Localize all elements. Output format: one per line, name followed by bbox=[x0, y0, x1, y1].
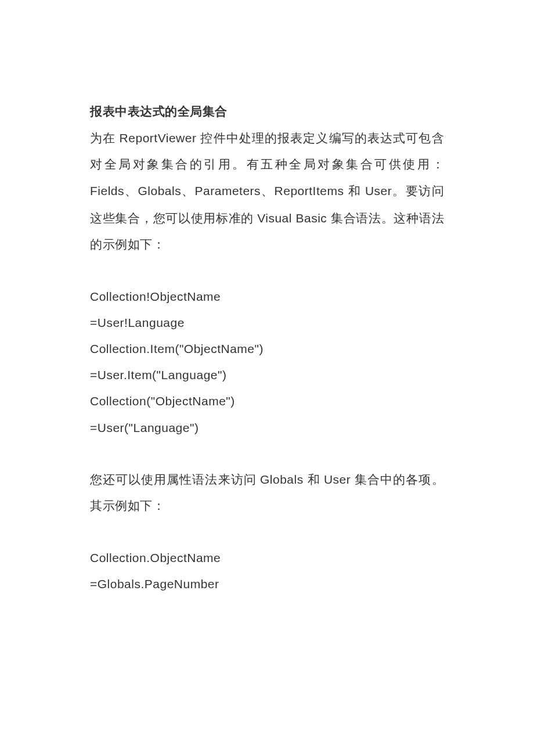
code-line: =User.Item("Language") bbox=[90, 362, 444, 388]
document-page: 报表中表达式的全局集合 为在 ReportViewer 控件中处理的报表定义编写… bbox=[0, 0, 534, 710]
cjk-text: 为在 bbox=[90, 131, 120, 145]
latin-text: Globals bbox=[138, 184, 181, 197]
code-line: Collection.Item("ObjectName") bbox=[90, 336, 444, 362]
code-line: =User!Language bbox=[90, 309, 444, 336]
latin-text: User bbox=[365, 184, 392, 197]
code-line: Collection("ObjectName") bbox=[90, 388, 444, 414]
code-line: Collection.ObjectName bbox=[90, 545, 444, 571]
code-block-1: Collection!ObjectName=User!LanguageColle… bbox=[90, 283, 444, 441]
paragraph-2: 您还可以使用属性语法来访问 Globals 和 User 集合中的各项。其示例如… bbox=[90, 466, 444, 519]
code-line: =User("Language") bbox=[90, 415, 444, 441]
latin-text: Visual Basic bbox=[257, 211, 331, 225]
cjk-text: 您还可以使用属性语法来访问 bbox=[90, 473, 260, 487]
latin-text: Fields bbox=[90, 184, 124, 197]
code-block-2: Collection.ObjectName=Globals.PageNumber bbox=[90, 545, 444, 597]
section-heading: 报表中表达式的全局集合 bbox=[90, 99, 444, 125]
cjk-text: 、 bbox=[261, 184, 274, 198]
latin-text: ReportItems bbox=[275, 184, 348, 197]
code-line: =Globals.PageNumber bbox=[90, 571, 444, 597]
cjk-text: 和 bbox=[308, 473, 324, 487]
latin-text: Globals bbox=[260, 473, 308, 486]
code-line: Collection!ObjectName bbox=[90, 283, 444, 309]
latin-text: User bbox=[324, 473, 355, 486]
latin-text: ReportViewer bbox=[120, 131, 201, 145]
paragraph-1: 为在 ReportViewer 控件中处理的报表定义编写的表达式可包含对全局对象… bbox=[90, 125, 444, 258]
cjk-text: 和 bbox=[348, 184, 365, 198]
latin-text: Parameters bbox=[195, 184, 261, 197]
cjk-text: 、 bbox=[181, 184, 194, 198]
cjk-text: 、 bbox=[124, 184, 138, 198]
